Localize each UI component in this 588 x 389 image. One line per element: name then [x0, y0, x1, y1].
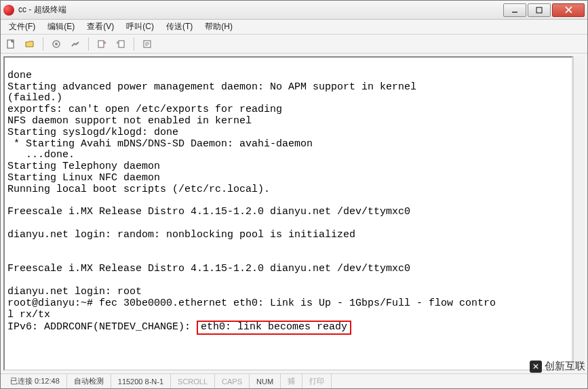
terminal-line: NFS daemon support not enabled in kernel [7, 116, 569, 127]
status-baud: 115200 8-N-1 [111, 374, 171, 388]
receive-icon[interactable] [113, 37, 128, 52]
menu-call[interactable]: 呼叫(C) [121, 20, 159, 34]
terminal-line: * Starting Avahi mDNS/DNS-SD Daemon: ava… [7, 139, 569, 150]
toolbar-separator [43, 37, 43, 51]
svg-rect-9 [119, 41, 124, 47]
titlebar: cc - 超级终端 [1, 1, 587, 20]
terminal-line: root@dianyu:~# fec 30be0000.ethernet eth… [7, 298, 569, 310]
terminal-line: Starting Linux NFC daemon [7, 173, 569, 184]
minimize-button[interactable] [503, 3, 526, 17]
terminal-output[interactable]: doneStarting advanced power management d… [3, 56, 573, 371]
maximize-button[interactable] [528, 3, 551, 17]
terminal-line: Freescale i.MX Release Distro 4.1.15-1.2… [7, 264, 569, 275]
menu-file[interactable]: 文件(F) [3, 20, 41, 34]
terminal-line: done [7, 70, 569, 82]
status-connected: 已连接 0:12:48 [3, 374, 67, 388]
terminal-line: Freescale i.MX Release Distro 4.1.15-1.2… [7, 207, 569, 218]
terminal-line: dianyu.net login: random: nonblocking po… [7, 230, 569, 241]
terminal-line: exportfs: can't open /etc/exports for re… [7, 104, 569, 116]
svg-point-6 [55, 43, 58, 45]
status-autodetect: 自动检测 [67, 374, 111, 388]
terminal-line [7, 59, 569, 70]
scrollbar[interactable] [573, 56, 585, 371]
window-title: cc - 超级终端 [18, 4, 66, 16]
terminal-line: IPv6: ADDRCONF(NETDEV_CHANGE): eth0: lin… [7, 321, 569, 335]
terminal-line: Starting Telephony daemon [7, 161, 569, 173]
statusbar: 已连接 0:12:48 自动检测 115200 8-N-1 SCROLL CAP… [1, 373, 587, 388]
terminal-line: l rx/tx [7, 310, 569, 321]
terminal-line: dianyu.net login: root [7, 287, 569, 298]
terminal-line [7, 253, 569, 264]
terminal-line: Starting syslogd/klogd: done [7, 127, 569, 139]
properties-icon[interactable] [140, 37, 155, 52]
status-num: NUM [250, 374, 281, 388]
menu-help[interactable]: 帮助(H) [199, 20, 238, 34]
svg-point-7 [75, 43, 77, 45]
send-icon[interactable] [94, 37, 109, 52]
terminal-line [7, 218, 569, 230]
status-capture: 捕 [281, 374, 302, 388]
disconnect-icon[interactable] [68, 37, 83, 52]
terminal-line: (failed.) [7, 93, 569, 104]
terminal-line [7, 196, 569, 207]
window-controls [502, 3, 585, 17]
terminal-wrap: doneStarting advanced power management d… [1, 54, 587, 373]
app-icon [3, 5, 14, 16]
status-caps: CAPS [215, 374, 250, 388]
svg-rect-8 [98, 41, 104, 47]
terminal-line: Starting advanced power management daemo… [7, 82, 569, 94]
terminal-line [7, 275, 569, 287]
terminal-line [7, 241, 569, 253]
status-print: 打印 [302, 374, 332, 388]
open-file-icon[interactable] [22, 37, 37, 52]
svg-rect-1 [536, 7, 542, 13]
terminal-line: ...done. [7, 150, 569, 161]
connect-icon[interactable] [49, 37, 64, 52]
menu-view[interactable]: 查看(V) [81, 20, 119, 34]
menu-edit[interactable]: 编辑(E) [42, 20, 80, 34]
highlighted-text: eth0: link becomes ready [197, 321, 351, 335]
new-file-icon[interactable] [3, 37, 18, 52]
close-button[interactable] [552, 3, 585, 17]
menubar: 文件(F) 编辑(E) 查看(V) 呼叫(C) 传送(T) 帮助(H) [1, 20, 587, 35]
toolbar-separator [88, 37, 89, 51]
menu-transfer[interactable]: 传送(T) [161, 20, 198, 34]
toolbar [1, 35, 587, 54]
app-window: cc - 超级终端 文件(F) 编辑(E) 查看(V) 呼叫(C) 传送(T) … [0, 0, 588, 389]
terminal-line: Running local boot scripts (/etc/rc.loca… [7, 184, 569, 196]
status-scroll: SCROLL [171, 374, 215, 388]
toolbar-separator [134, 37, 134, 51]
